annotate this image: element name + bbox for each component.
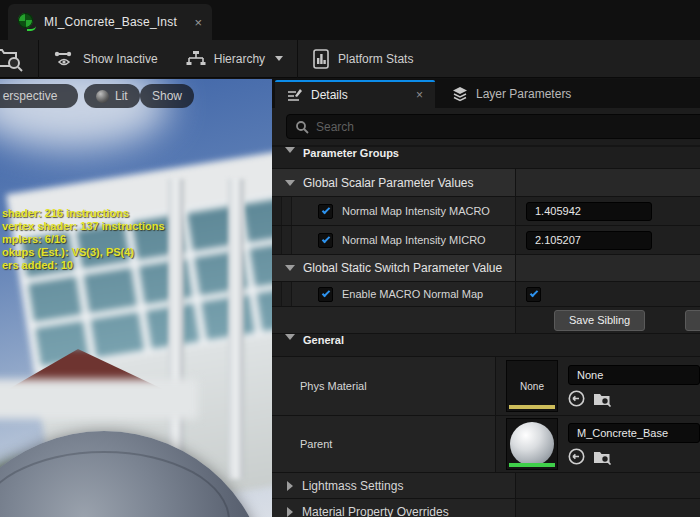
macro-value-input[interactable]: [526, 202, 652, 221]
show-label: Show: [152, 89, 182, 103]
macro-intensity-row: Normal Map Intensity MACRO: [272, 197, 700, 226]
phys-material-dropdown[interactable]: None: [568, 365, 700, 385]
parent-thumbnail[interactable]: [506, 418, 558, 470]
layer-parameters-tab-label: Layer Parameters: [476, 87, 571, 101]
save-sibling-label: Save Sibling: [569, 314, 630, 326]
parameter-groups-label: Parameter Groups: [303, 147, 399, 168]
browse-asset-button[interactable]: [0, 40, 38, 78]
close-icon[interactable]: ×: [416, 88, 423, 102]
stats-line: mplers: 6/16: [2, 233, 165, 246]
platform-stats-icon: [312, 49, 330, 69]
perspective-button[interactable]: erspective: [0, 84, 78, 108]
search-icon: [295, 120, 309, 134]
asset-tab-bar: MI_Concrete_Base_Inst ×: [0, 0, 700, 40]
caret-down-icon[interactable]: [285, 334, 295, 340]
phys-thumb-type-bar: [509, 405, 555, 409]
phys-material-label: Phys Material: [300, 380, 367, 392]
tab-details[interactable]: Details ×: [275, 80, 435, 108]
micro-intensity-row: Normal Map Intensity MICRO: [272, 226, 700, 255]
parent-value: M_Concrete_Base: [577, 427, 668, 439]
enable-macro-value-checkbox[interactable]: [526, 287, 541, 302]
material-property-overrides-row[interactable]: Material Property Overrides: [272, 499, 700, 517]
layers-icon: [452, 86, 468, 102]
shader-stats-overlay: shader: 216 instructions vertex shader: …: [2, 207, 165, 272]
show-flags-button[interactable]: Show: [140, 84, 194, 108]
property-rows: Parameter Groups Global Scalar Parameter…: [272, 147, 700, 517]
parent-row: Parent M_Concrete_Base: [272, 416, 700, 473]
material-preview-viewport[interactable]: erspective Lit Show shader: 216 instruct…: [0, 79, 272, 517]
material-property-overrides-label: Material Property Overrides: [302, 505, 449, 517]
lit-label: Lit: [115, 89, 128, 103]
hierarchy-button[interactable]: Hierarchy: [172, 40, 297, 77]
micro-override-checkbox[interactable]: [318, 233, 333, 248]
details-panel: Details × Layer Parameters: [272, 79, 700, 517]
caret-right-icon[interactable]: [287, 481, 293, 491]
platform-stats-button[interactable]: Platform Stats: [298, 40, 427, 77]
hierarchy-icon: [186, 50, 206, 68]
use-selected-asset-icon[interactable]: [568, 448, 585, 465]
use-selected-asset-icon[interactable]: [568, 390, 585, 407]
asset-tab-title: MI_Concrete_Base_Inst: [44, 15, 177, 29]
browse-to-asset-icon[interactable]: [593, 391, 612, 407]
browse-to-asset-icon[interactable]: [593, 449, 612, 465]
parent-label: Parent: [300, 438, 332, 450]
phys-material-value: None: [577, 369, 603, 381]
parent-sphere-preview: [510, 422, 554, 466]
micro-param-label: Normal Map Intensity MICRO: [342, 234, 486, 246]
caret-down-icon[interactable]: [285, 265, 295, 271]
show-inactive-label: Show Inactive: [83, 52, 158, 66]
lightmass-settings-row[interactable]: Lightmass Settings: [272, 473, 700, 499]
static-switch-group-row[interactable]: Global Static Switch Parameter Value: [272, 255, 700, 282]
stats-line: ers added: 10: [2, 259, 165, 272]
tab-layer-parameters[interactable]: Layer Parameters: [440, 80, 670, 108]
scalar-group-label: Global Scalar Parameter Values: [303, 176, 474, 190]
save-sibling-button[interactable]: Save Sibling: [554, 310, 645, 331]
platform-stats-label: Platform Stats: [338, 52, 413, 66]
phys-material-thumbnail[interactable]: None: [506, 360, 558, 412]
parent-dropdown[interactable]: M_Concrete_Base: [568, 423, 700, 443]
indent-guide: [272, 226, 318, 254]
caret-down-icon[interactable]: [285, 147, 295, 153]
enable-macro-row: Enable MACRO Normal Map: [272, 282, 700, 307]
caret-down-icon[interactable]: [285, 180, 295, 186]
chevron-down-icon: [275, 56, 283, 61]
search-row: [272, 108, 700, 145]
hierarchy-label: Hierarchy: [214, 52, 265, 66]
macro-override-checkbox[interactable]: [318, 204, 333, 219]
macro-param-label: Normal Map Intensity MACRO: [342, 205, 490, 217]
editor-toolbar: Show Inactive Hierarchy Platf: [0, 40, 700, 78]
global-scalar-group-row[interactable]: Global Scalar Parameter Values: [272, 169, 700, 197]
save-buttons-row: Save Sibling Sa: [272, 307, 700, 334]
indent-guide: [272, 282, 318, 306]
stats-line: shader: 216 instructions: [2, 207, 165, 220]
material-instance-icon: [18, 13, 36, 31]
lit-sphere-icon: [96, 90, 109, 103]
general-header-row[interactable]: General: [272, 334, 700, 357]
search-input[interactable]: [316, 120, 616, 134]
micro-value-input[interactable]: [526, 231, 652, 250]
lightmass-settings-label: Lightmass Settings: [302, 479, 403, 493]
show-inactive-button[interactable]: Show Inactive: [39, 40, 172, 77]
asset-tab[interactable]: MI_Concrete_Base_Inst ×: [8, 4, 212, 40]
enable-macro-override-checkbox[interactable]: [318, 287, 333, 302]
switch-group-label: Global Static Switch Parameter Value: [303, 261, 502, 275]
general-label: General: [303, 334, 344, 356]
panel-tab-strip: Details × Layer Parameters: [272, 79, 700, 108]
save-child-button[interactable]: Sa: [685, 310, 700, 331]
details-tab-icon: [287, 88, 303, 102]
perspective-label: erspective: [3, 89, 58, 103]
enable-macro-label: Enable MACRO Normal Map: [342, 288, 483, 300]
phys-material-row: Phys Material None None: [272, 357, 700, 416]
phys-thumb-text: None: [520, 381, 544, 392]
details-tab-label: Details: [311, 88, 348, 102]
stats-line: vertex shader: 137 instructions: [2, 220, 165, 233]
show-inactive-icon: [53, 49, 75, 69]
lit-mode-button[interactable]: Lit: [84, 84, 140, 108]
caret-right-icon[interactable]: [287, 507, 293, 517]
preview-scene: [0, 79, 272, 517]
parameter-groups-header-row[interactable]: Parameter Groups: [272, 147, 700, 169]
indent-guide: [272, 197, 318, 225]
close-icon[interactable]: ×: [194, 15, 202, 30]
material-instance-editor-window: MI_Concrete_Base_Inst × Show Inactive: [0, 0, 700, 517]
search-box[interactable]: [286, 114, 700, 139]
